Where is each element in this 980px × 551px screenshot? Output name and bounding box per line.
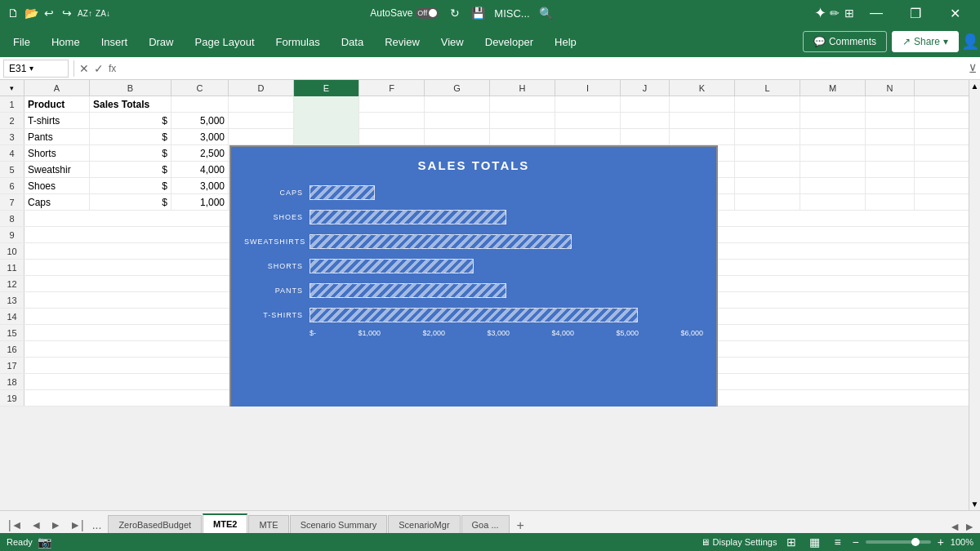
formula-expand-icon[interactable]: ⊻ xyxy=(969,62,977,75)
undo-icon[interactable]: ↩ xyxy=(42,7,56,20)
chart-container[interactable]: SALES TOTALS CAPS SHOES xyxy=(229,145,718,407)
bar-tshirts: T-SHIRTS xyxy=(244,308,703,322)
autosave-toggle[interactable]: Off xyxy=(416,7,439,19)
select-all-icon[interactable]: ▾ xyxy=(10,84,14,92)
formula-bar: E31 ▾ ✕ ✓ fx ⊻ xyxy=(0,57,980,80)
column-headers: ▾ A B C D E F G H I J K L M N xyxy=(0,80,980,96)
col-header-b[interactable]: B xyxy=(90,80,172,96)
menu-draw[interactable]: Draw xyxy=(139,31,183,53)
name-box[interactable]: E31 ▾ xyxy=(3,60,69,78)
col-header-d[interactable]: D xyxy=(229,80,294,96)
col-header-e[interactable]: E xyxy=(294,80,359,96)
menu-page-layout[interactable]: Page Layout xyxy=(185,31,265,53)
col-header-a[interactable]: A xyxy=(24,80,90,96)
menu-file[interactable]: File xyxy=(3,31,40,53)
autosave-label: AutoSave xyxy=(370,7,412,19)
table-row: 1 Product Sales Totals xyxy=(0,96,980,113)
search-icon[interactable]: 🔍 xyxy=(540,7,553,20)
grid-body: 1 Product Sales Totals 2 T-shirts $ 5,00… xyxy=(0,96,980,407)
title-bar: 🗋 📂 ↩ ↪ AZ↑ ZA↓ AutoSave Off ↻ 💾 MISC...… xyxy=(0,0,980,26)
user-icon[interactable]: 👤 xyxy=(964,35,977,48)
col-header-c[interactable]: C xyxy=(172,80,229,96)
col-header-k[interactable]: K xyxy=(670,80,735,96)
toggle-state: Off xyxy=(417,9,427,17)
share-chevron: ▾ xyxy=(943,36,948,47)
chart-axis: $- $1,000 $2,000 $3,000 $4,000 $5,000 $6… xyxy=(310,329,703,337)
col-header-l[interactable]: L xyxy=(735,80,800,96)
refresh-icon[interactable]: ↻ xyxy=(448,7,461,20)
spreadsheet-area: ▾ A B C D E F G H I J K L M N 1 Product … xyxy=(0,80,980,407)
vertical-scrollbar[interactable]: ▲ ▼ xyxy=(969,80,980,407)
insert-function-icon[interactable]: fx xyxy=(109,63,116,74)
col-header-n[interactable]: N xyxy=(866,80,915,96)
table-row: 2 T-shirts $ 5,000 xyxy=(0,113,980,129)
corner-header: ▾ xyxy=(0,80,24,96)
formula-input[interactable] xyxy=(119,62,965,74)
pen-icon[interactable]: ✏ xyxy=(828,7,841,20)
menu-bar: File Home Insert Draw Page Layout Formul… xyxy=(0,26,980,57)
menu-data[interactable]: Data xyxy=(332,31,373,53)
save-icon[interactable]: 🗋 xyxy=(7,7,20,20)
bar-caps: CAPS xyxy=(244,185,703,200)
sort-za-icon[interactable]: ZA↓ xyxy=(96,7,109,20)
scroll-up-btn[interactable]: ▲ xyxy=(969,80,980,92)
comments-button[interactable]: 💬 Comments xyxy=(803,31,887,52)
col-header-f[interactable]: F xyxy=(359,80,425,96)
copilot-icon[interactable]: ✦ xyxy=(813,7,826,20)
col-header-i[interactable]: I xyxy=(555,80,621,96)
close-button[interactable]: ✕ xyxy=(936,0,973,26)
menu-formulas[interactable]: Formulas xyxy=(266,31,330,53)
col-header-m[interactable]: M xyxy=(800,80,866,96)
sort-az-icon[interactable]: AZ↑ xyxy=(78,7,91,20)
bar-shorts: SHORTS xyxy=(244,259,703,273)
menu-home[interactable]: Home xyxy=(42,31,90,53)
fullscreen-icon[interactable]: ⊞ xyxy=(843,7,856,20)
col-header-h[interactable]: H xyxy=(490,80,555,96)
comment-icon: 💬 xyxy=(813,36,826,47)
cancel-formula-icon[interactable]: ✕ xyxy=(79,62,89,75)
bar-shoes: SHOES xyxy=(244,210,703,224)
confirm-formula-icon[interactable]: ✓ xyxy=(94,62,104,75)
menu-help[interactable]: Help xyxy=(545,31,586,53)
open-icon[interactable]: 📂 xyxy=(24,7,38,20)
chart-title: SALES TOTALS xyxy=(244,158,703,172)
minimize-button[interactable]: — xyxy=(858,0,895,26)
share-button[interactable]: ↗ Share ▾ xyxy=(892,31,959,52)
menu-view[interactable]: View xyxy=(431,31,474,53)
share-icon: ↗ xyxy=(902,36,911,47)
menu-insert[interactable]: Insert xyxy=(91,31,138,53)
col-header-g[interactable]: G xyxy=(425,80,490,96)
filename: MISC... xyxy=(494,7,529,20)
name-box-chevron[interactable]: ▾ xyxy=(29,64,33,73)
menu-review[interactable]: Review xyxy=(375,31,430,53)
restore-button[interactable]: ❐ xyxy=(897,0,934,26)
save-disk-icon[interactable]: 💾 xyxy=(471,7,484,20)
menu-developer[interactable]: Developer xyxy=(475,31,543,53)
table-row: 3 Pants $ 3,000 xyxy=(0,129,980,145)
redo-icon[interactable]: ↪ xyxy=(60,7,74,20)
bar-pants: PANTS xyxy=(244,283,703,298)
chart-bars: CAPS SHOES SWEATSHIRTS xyxy=(244,185,703,322)
bar-sweatshirts: SWEATSHIRTS xyxy=(244,234,703,249)
col-header-j[interactable]: J xyxy=(621,80,670,96)
